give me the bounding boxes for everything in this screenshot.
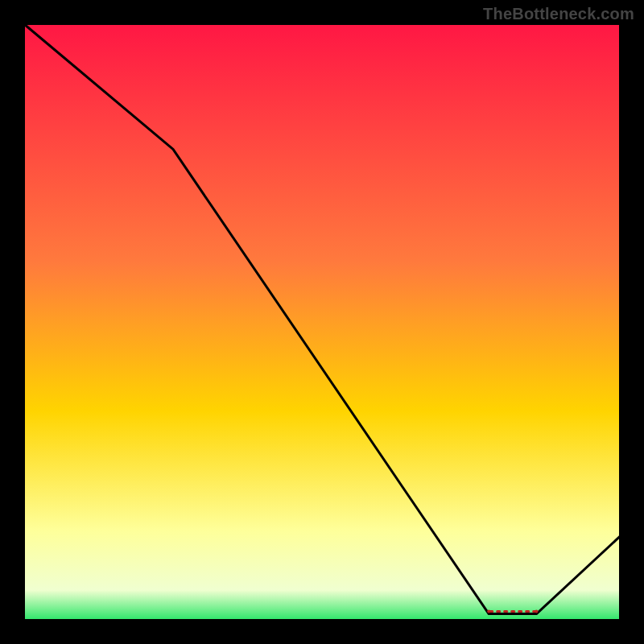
plot-area — [24, 24, 620, 620]
svg-point-7 — [487, 610, 490, 613]
chart-svg — [0, 0, 644, 644]
chart-frame: TheBottleneck.com — [0, 0, 644, 644]
svg-rect-4 — [518, 610, 522, 613]
svg-point-8 — [535, 610, 538, 613]
svg-rect-3 — [510, 610, 515, 613]
svg-rect-1 — [496, 610, 501, 613]
svg-rect-2 — [503, 610, 508, 613]
svg-rect-5 — [525, 610, 530, 613]
watermark-text: TheBottleneck.com — [483, 5, 634, 23]
